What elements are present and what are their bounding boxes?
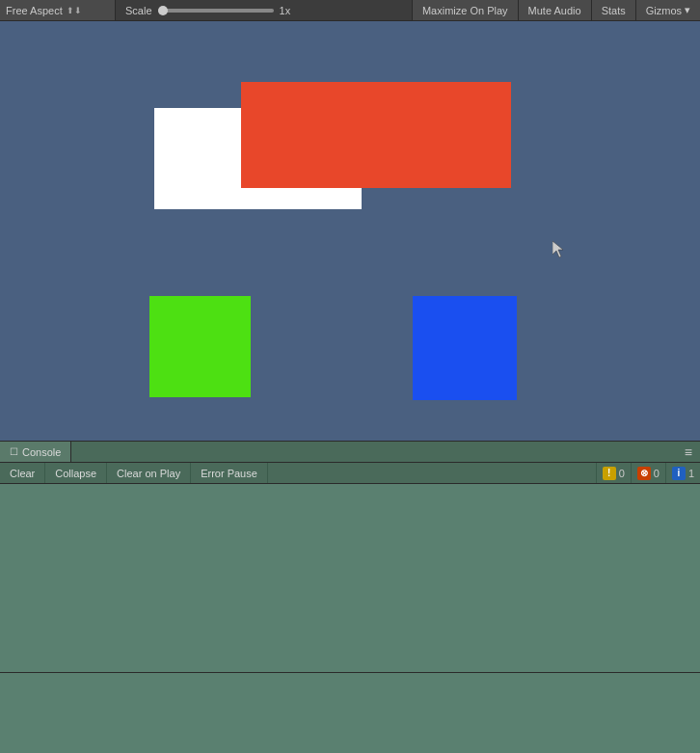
stats-button[interactable]: Stats — [591, 0, 635, 20]
scale-area: Scale 1x — [116, 5, 412, 16]
aspect-arrows: ⬆⬇ — [67, 6, 82, 15]
mute-audio-button[interactable]: Mute Audio — [518, 0, 591, 20]
console-tab-label: Console — [22, 446, 61, 458]
info-count[interactable]: i 1 — [665, 463, 700, 483]
console-menu-icon[interactable]: ≡ — [677, 444, 700, 460]
collapse-button[interactable]: Collapse — [45, 463, 107, 483]
warning-number: 0 — [619, 468, 625, 479]
scale-label: Scale — [125, 5, 152, 16]
maximize-on-play-button[interactable]: Maximize On Play — [412, 0, 518, 20]
info-icon: i — [672, 467, 686, 480]
clear-on-play-button[interactable]: Clear on Play — [107, 463, 191, 483]
svg-marker-0 — [552, 241, 563, 257]
gizmos-button[interactable]: Gizmos ▾ — [635, 0, 700, 20]
error-icon: ⊗ — [637, 467, 651, 480]
info-number: 1 — [688, 468, 694, 479]
console-content — [0, 484, 700, 672]
blue-square — [413, 296, 517, 400]
console-panel: ☐ Console ≡ Clear Collapse Clear on Play… — [0, 441, 700, 672]
console-tab-icon: ☐ — [10, 446, 18, 457]
aspect-label: Free Aspect — [6, 5, 63, 16]
cursor-icon — [552, 241, 566, 258]
warning-icon: ! — [603, 467, 616, 480]
aspect-selector[interactable]: Free Aspect ⬆⬇ — [0, 0, 116, 20]
error-count[interactable]: ⊗ 0 — [631, 463, 665, 483]
error-pause-button[interactable]: Error Pause — [191, 463, 268, 483]
game-view — [0, 21, 700, 441]
scale-value: 1x — [280, 5, 291, 16]
console-tab-bar: ☐ Console ≡ — [0, 442, 700, 463]
console-counts: ! 0 ⊗ 0 i 1 — [596, 463, 700, 483]
green-square — [149, 296, 251, 397]
clear-button[interactable]: Clear — [0, 463, 45, 483]
console-toolbar: Clear Collapse Clear on Play Error Pause… — [0, 463, 700, 484]
top-toolbar: Free Aspect ⬆⬇ Scale 1x Maximize On Play… — [0, 0, 700, 21]
bottom-area — [0, 672, 700, 753]
error-number: 0 — [654, 468, 660, 479]
scale-slider[interactable] — [158, 9, 274, 13]
right-toolbar: Maximize On Play Mute Audio Stats Gizmos… — [412, 0, 700, 20]
red-rectangle — [241, 82, 511, 188]
console-tab[interactable]: ☐ Console — [0, 442, 71, 462]
warning-count[interactable]: ! 0 — [596, 463, 631, 483]
